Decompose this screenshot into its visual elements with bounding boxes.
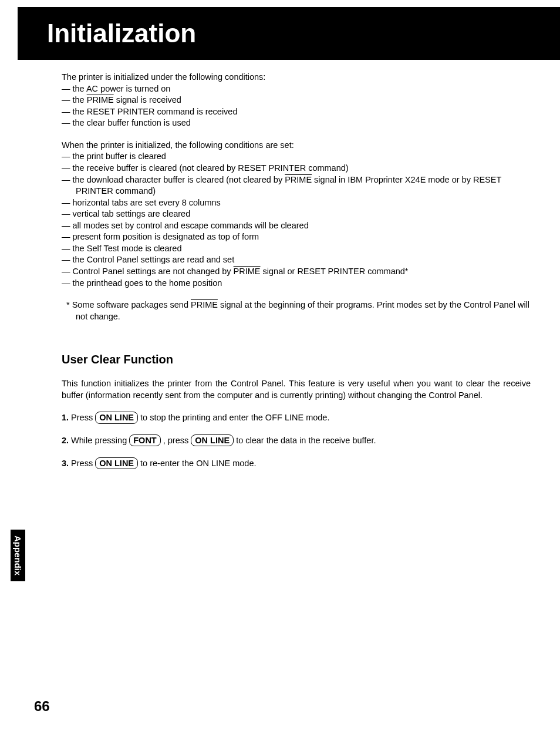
list-item: vertical tab settings are cleared bbox=[62, 208, 531, 220]
step-2: 2. While pressing FONT , press ON LINE t… bbox=[62, 434, 531, 447]
text: signal or RESET PRINTER command* bbox=[261, 267, 409, 276]
list-item: the download character buffer is cleared… bbox=[62, 174, 531, 197]
font-key: FONT bbox=[129, 434, 160, 446]
appendix-tab: Appendix bbox=[11, 530, 25, 581]
page-title: Initialization bbox=[47, 19, 560, 48]
footnote: * Some software packages send PRIME sign… bbox=[62, 299, 531, 322]
step-1: 1. Press ON LINE to stop the printing an… bbox=[62, 412, 531, 424]
online-key: ON LINE bbox=[191, 434, 234, 446]
list-item: the printhead goes to the home position bbox=[62, 278, 531, 289]
page-number: 66 bbox=[34, 698, 50, 715]
text: While pressing bbox=[69, 436, 129, 445]
prime-signal: PRIME bbox=[87, 95, 114, 105]
prime-signal: PRIME bbox=[285, 175, 312, 184]
list-item: the print buffer is cleared bbox=[62, 151, 531, 163]
asterisk: * bbox=[66, 300, 72, 309]
text: Some software packages send bbox=[72, 300, 191, 309]
prime-signal: PRIME bbox=[234, 267, 261, 276]
list-item: present form position is designated as t… bbox=[62, 231, 531, 243]
header-bar: Initialization bbox=[0, 7, 560, 60]
list-item: the Self Test mode is cleared bbox=[62, 243, 531, 255]
text: the download character buffer is cleared… bbox=[73, 175, 285, 184]
list-item: the Control Panel settings are read and … bbox=[62, 254, 531, 266]
text: Control Panel settings are not changed b… bbox=[73, 267, 234, 276]
list-item: Control Panel settings are not changed b… bbox=[62, 266, 531, 278]
page-content: The printer is initialized under the fol… bbox=[0, 60, 560, 469]
step-number: 2. bbox=[62, 436, 69, 445]
text: signal is received bbox=[114, 95, 181, 105]
text: Press bbox=[69, 413, 95, 422]
list-item: the clear buffer function is used bbox=[62, 117, 531, 129]
text: to stop the printing and enter the OFF L… bbox=[138, 413, 329, 422]
intro-results: When the printer is initialized, the fol… bbox=[62, 140, 531, 151]
online-key: ON LINE bbox=[95, 412, 138, 423]
list-item: all modes set by control and escape comm… bbox=[62, 220, 531, 232]
subheading-user-clear: User Clear Function bbox=[62, 352, 531, 368]
list-item: the AC power is turned on bbox=[62, 83, 531, 95]
user-clear-paragraph: This function initializes the printer fr… bbox=[62, 378, 531, 401]
text: to clear the data in the receive buffer. bbox=[234, 436, 376, 445]
list-item: the PRIME signal is received bbox=[62, 95, 531, 106]
text: the bbox=[73, 95, 87, 105]
online-key: ON LINE bbox=[95, 457, 138, 469]
text: to re-enter the ON LINE mode. bbox=[138, 459, 256, 468]
prime-signal: PRIME bbox=[191, 300, 218, 309]
list-item: the receive buffer is cleared (not clear… bbox=[62, 163, 531, 174]
list-item: the RESET PRINTER command is received bbox=[62, 106, 531, 118]
results-list: the print buffer is cleared the receive … bbox=[62, 151, 531, 289]
intro-conditions: The printer is initialized under the fol… bbox=[62, 72, 531, 83]
conditions-list: the AC power is turned on the PRIME sign… bbox=[62, 83, 531, 129]
step-3: 3. Press ON LINE to re-enter the ON LINE… bbox=[62, 457, 531, 470]
step-number: 3. bbox=[62, 459, 69, 468]
text: Press bbox=[69, 459, 95, 468]
step-number: 1. bbox=[62, 413, 69, 422]
text: , press bbox=[161, 436, 191, 445]
list-item: horizontal tabs are set every 8 columns bbox=[62, 197, 531, 209]
